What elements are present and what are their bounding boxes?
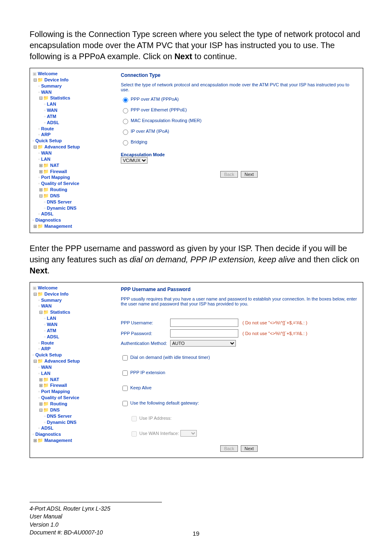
next-button[interactable]: Next [241, 445, 258, 452]
keep-alive-checkbox[interactable] [122, 386, 128, 391]
ppp-username-label: PPP Username: [121, 320, 170, 325]
nav-adsl[interactable]: ADSL [41, 426, 53, 430]
radio-pppoe[interactable] [123, 108, 128, 113]
nav-nat[interactable]: NAT [50, 163, 59, 168]
use-wan-if-checkbox [131, 431, 137, 437]
nav-advanced-setup[interactable]: Advanced Setup [44, 358, 80, 363]
italic-features: dial on demand, PPP IP extension, keep a… [129, 255, 295, 264]
nav-route[interactable]: Route [41, 340, 54, 345]
nav-device-info[interactable]: Device Info [44, 77, 69, 82]
nav-port-mapping[interactable]: Port Mapping [41, 389, 70, 394]
encapsulation-select[interactable]: VC/MUX [121, 157, 148, 164]
nav-route[interactable]: Route [41, 126, 54, 131]
ppp-password-label: PPP Password: [121, 331, 170, 336]
nav-firewall[interactable]: Firewall [50, 169, 67, 174]
dial-on-demand-checkbox[interactable] [122, 355, 128, 361]
radio-ipoa[interactable] [123, 130, 128, 135]
nav-arp[interactable]: ARP [41, 346, 51, 351]
nav-routing[interactable]: Routing [50, 401, 67, 406]
radio-pppoa[interactable] [123, 97, 128, 103]
nav-adv-wan[interactable]: WAN [41, 365, 52, 370]
next-button[interactable]: Next [241, 171, 258, 178]
bold-next: Next [174, 52, 192, 61]
nav-port-mapping[interactable]: Port Mapping [41, 175, 70, 180]
nav-summary[interactable]: Summary [41, 83, 62, 88]
ppp-username-hint: ( Do not use "<>%\^[]`+$,='#&.: ) [242, 320, 307, 325]
nav-stats-wan[interactable]: WAN [47, 108, 58, 113]
nav-dns[interactable]: DNS [50, 407, 60, 412]
keep-alive-label: Keep Alive [130, 385, 152, 390]
nav-stats-adsl[interactable]: ADSL [47, 334, 59, 339]
radio-ipoa-label: IP over ATM (IPoA) [131, 129, 169, 134]
nav-dynamic-dns[interactable]: Dynamic DNS [47, 206, 76, 210]
radio-bridging-label: Bridging [131, 139, 147, 144]
ppp-note: PPP usually requires that you have a use… [121, 296, 357, 306]
nav-adv-lan[interactable]: LAN [41, 371, 51, 376]
nav-wan[interactable]: WAN [41, 303, 52, 308]
text: and then click on [295, 255, 360, 264]
nav-arp[interactable]: ARP [41, 132, 51, 137]
use-wan-if-label: Use WAN Interface: [139, 431, 179, 436]
text: . [47, 266, 50, 275]
nav-wan[interactable]: WAN [41, 90, 52, 95]
page-number: 19 [0, 530, 392, 537]
paragraph-2: Enter the PPP username and password as g… [30, 243, 362, 276]
ppp-username-input[interactable] [170, 319, 238, 327]
ppp-ip-extension-checkbox[interactable] [122, 370, 128, 376]
nav-quick-setup[interactable]: Quick Setup [35, 138, 62, 143]
radio-bridging[interactable] [123, 140, 128, 146]
bold-next: Next [30, 266, 47, 275]
nav-diagnostics[interactable]: Diagnostics [35, 432, 61, 437]
use-ip-checkbox [131, 416, 137, 421]
nav-statistics[interactable]: Statistics [50, 95, 70, 100]
nav-stats-wan[interactable]: WAN [47, 322, 58, 327]
nav-adv-lan[interactable]: LAN [41, 157, 51, 162]
nav-advanced-setup[interactable]: Advanced Setup [44, 144, 80, 149]
nav-diagnostics[interactable]: Diagnostics [35, 217, 61, 222]
nav-tree: ▣ Welcome ⊟📁 Device Info ▫ Summary ▫ WAN… [30, 282, 115, 458]
nav-adv-wan[interactable]: WAN [41, 150, 52, 155]
ppp-password-input[interactable] [170, 329, 238, 338]
ppp-pane: PPP Username and Password PPP usually re… [115, 282, 363, 458]
nav-management[interactable]: Management [44, 438, 72, 443]
use-ip-label: Use IP Address: [139, 416, 172, 421]
connection-type-title: Connection Type [121, 72, 357, 78]
auth-method-select[interactable]: AUTO [170, 340, 236, 347]
back-button[interactable]: Back [220, 171, 238, 178]
nav-stats-adsl[interactable]: ADSL [47, 120, 59, 125]
nav-qos[interactable]: Quality of Service [41, 395, 79, 400]
radio-pppoa-label: PPP over ATM (PPPoA) [131, 97, 179, 102]
connection-type-pane: Connection Type Select the type of netwo… [115, 68, 363, 233]
nav-stats-atm[interactable]: ATM [47, 114, 56, 119]
default-gateway-checkbox[interactable] [122, 401, 128, 406]
nav-adsl[interactable]: ADSL [41, 211, 53, 216]
nav-welcome[interactable]: Welcome [38, 71, 58, 76]
nav-management[interactable]: Management [44, 224, 72, 229]
nav-device-info[interactable]: Device Info [44, 291, 69, 296]
nav-dns-server[interactable]: DNS Server [47, 414, 72, 419]
nav-nat[interactable]: NAT [50, 377, 59, 382]
nav-dns[interactable]: DNS [50, 193, 60, 198]
nav-firewall[interactable]: Firewall [50, 383, 67, 388]
screenshot-connection-type: ▣ Welcome ⊟📁 Device Info ▫ Summary ▫ WAN… [30, 68, 363, 233]
text: to continue. [192, 52, 237, 61]
nav-welcome[interactable]: Welcome [38, 285, 58, 290]
default-gateway-label: Use the following default gateway: [130, 400, 199, 405]
nav-routing[interactable]: Routing [50, 187, 67, 192]
wan-if-select [180, 430, 197, 437]
nav-dynamic-dns[interactable]: Dynamic DNS [47, 420, 76, 425]
nav-statistics[interactable]: Statistics [50, 310, 70, 314]
back-button[interactable]: Back [220, 445, 238, 452]
encapsulation-title: Encapsulation Mode [121, 152, 357, 157]
nav-stats-lan[interactable]: LAN [47, 316, 56, 321]
nav-qos[interactable]: Quality of Service [41, 181, 79, 186]
radio-mer[interactable] [123, 119, 128, 124]
nav-quick-setup[interactable]: Quick Setup [35, 352, 62, 357]
nav-stats-atm[interactable]: ATM [47, 328, 56, 333]
nav-stats-lan[interactable]: LAN [47, 102, 56, 106]
nav-summary[interactable]: Summary [41, 298, 62, 303]
nav-dns-server[interactable]: DNS Server [47, 199, 72, 204]
nav-tree: ▣ Welcome ⊟📁 Device Info ▫ Summary ▫ WAN… [30, 68, 115, 233]
auth-method-label: Authentication Method: [121, 341, 170, 346]
ppp-password-hint: ( Do not use "<>%\^[]`+$,='#&.: ) [242, 331, 307, 336]
